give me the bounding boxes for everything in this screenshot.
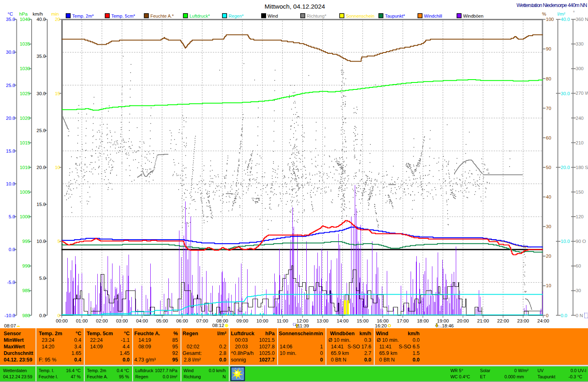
svg-text:Regen: Regen <box>135 374 148 379</box>
svg-text:1000: 1000 <box>20 214 30 219</box>
svg-text:0: 0 <box>546 313 549 318</box>
svg-text:360 N: 360 N <box>576 17 588 22</box>
svg-text:47 %: 47 % <box>71 374 81 379</box>
svg-text:06:00: 06:00 <box>176 318 188 323</box>
svg-text:11:41: 11:41 <box>379 344 391 350</box>
svg-text:0.0: 0.0 <box>364 357 371 363</box>
svg-text:120: 120 <box>576 214 583 219</box>
svg-text:0 Bft N: 0 Bft N <box>379 357 395 363</box>
svg-text:ET: ET <box>480 374 486 379</box>
svg-text:210: 210 <box>576 140 583 145</box>
svg-text:1010: 1010 <box>20 165 30 170</box>
svg-text:300: 300 <box>576 66 583 71</box>
svg-text:Taupunkt: Taupunkt <box>537 374 555 379</box>
svg-text:1020: 1020 <box>20 116 30 121</box>
svg-text:03:00: 03:00 <box>116 318 128 323</box>
svg-text:0 W/m²: 0 W/m² <box>514 368 529 373</box>
svg-text:km/h: km/h <box>33 11 43 16</box>
svg-text:Temp. 2m: Temp. 2m <box>39 331 62 336</box>
svg-text:Mittwoch, 04.12.2024: Mittwoch, 04.12.2024 <box>264 3 325 10</box>
svg-text:00:03: 00:03 <box>235 337 248 343</box>
svg-text:10.0: 10.0 <box>561 239 570 244</box>
svg-text:10:00: 10:00 <box>257 318 269 323</box>
svg-text:20:00: 20:00 <box>457 318 469 323</box>
svg-text:-5.0: -5.0 <box>7 280 15 285</box>
svg-text:10: 10 <box>55 165 60 170</box>
svg-text:90 O: 90 O <box>576 239 586 244</box>
svg-text:04.12.24 23:59: 04.12.24 23:59 <box>3 374 32 379</box>
svg-text:Luftdruck: Luftdruck <box>135 368 154 373</box>
svg-text:40.0: 40.0 <box>561 17 570 22</box>
svg-text:0 N: 0 N <box>576 313 583 318</box>
svg-text:°C: °C <box>124 331 130 336</box>
svg-text:Feuchte A.: Feuchte A. <box>134 331 160 336</box>
svg-text:0.0: 0.0 <box>122 357 129 363</box>
svg-text:14:00: 14:00 <box>337 318 349 323</box>
svg-text:15: 15 <box>55 91 60 96</box>
svg-text:-10.0: -10.0 <box>5 313 15 318</box>
svg-text:Wind: Wind <box>184 368 193 373</box>
svg-text:Feuchte A.*: Feuchte A.* <box>150 14 174 18</box>
svg-text:1005: 1005 <box>20 190 30 194</box>
svg-text:2.8: 2.8 <box>219 350 226 356</box>
svg-text:65.9 km: 65.9 km <box>331 350 349 356</box>
svg-text:1035: 1035 <box>20 41 30 46</box>
svg-text:Feuchte I.: Feuchte I. <box>39 374 58 379</box>
svg-text:Temp. 2m*: Temp. 2m* <box>72 14 94 18</box>
svg-text:1027.7 hPa: 1027.7 hPa <box>155 368 177 373</box>
svg-text:WR 5°: WR 5° <box>450 368 463 373</box>
svg-text:Sonnenschein: Sonnenschein <box>346 14 374 18</box>
svg-text:Durchschnitt: Durchschnitt <box>4 350 33 356</box>
svg-text:1025.0: 1025.0 <box>259 350 275 356</box>
svg-text:Sensor: Sensor <box>4 331 21 336</box>
svg-text:14:19: 14:19 <box>138 337 151 343</box>
svg-text:1027.8: 1027.8 <box>259 344 275 350</box>
svg-text:-0.3 °C: -0.3 °C <box>569 374 583 379</box>
svg-text:02:02: 02:02 <box>187 344 200 350</box>
svg-text:50: 50 <box>546 165 551 170</box>
svg-text:°C: °C <box>8 11 13 16</box>
svg-text:%: % <box>173 331 178 336</box>
svg-text:km/h: km/h <box>408 331 420 336</box>
svg-text:5.0: 5.0 <box>39 276 46 281</box>
svg-text:%: % <box>542 11 546 16</box>
svg-text:Taupunkt*: Taupunkt* <box>385 14 405 18</box>
svg-text:0.0: 0.0 <box>219 357 226 363</box>
svg-text:1025: 1025 <box>20 91 30 96</box>
svg-text:14:20: 14:20 <box>42 344 55 350</box>
svg-text:05:00: 05:00 <box>156 318 168 323</box>
svg-text:Luftdruck*: Luftdruck* <box>189 14 210 18</box>
svg-text:08:07: 08:07 <box>4 323 16 328</box>
svg-text:13:00: 13:00 <box>317 318 328 323</box>
svg-text:0: 0 <box>320 350 323 356</box>
svg-text:08:12: 08:12 <box>212 323 224 328</box>
svg-text:^0.8hPa/h: ^0.8hPa/h <box>231 350 254 356</box>
svg-text:16:00: 16:00 <box>377 318 389 323</box>
svg-text:40.0: 40.0 <box>37 17 46 22</box>
svg-text:330: 330 <box>576 41 583 46</box>
svg-text:65.9 km: 65.9 km <box>379 350 397 356</box>
svg-text:1040: 1040 <box>20 17 30 22</box>
svg-text:18:00: 18:00 <box>417 318 429 323</box>
svg-text:0.0: 0.0 <box>413 337 420 343</box>
svg-text:0.4: 0.4 <box>74 337 81 343</box>
svg-text:150: 150 <box>576 190 583 194</box>
svg-text:F: 95 %: F: 95 % <box>39 357 57 363</box>
svg-text:Luftdruck: Luftdruck <box>231 331 254 336</box>
svg-text:0 Bft N: 0 Bft N <box>331 357 347 363</box>
svg-text:985: 985 <box>22 288 30 293</box>
svg-text:Temp. 5cm*: Temp. 5cm* <box>111 14 136 18</box>
svg-text:2.7: 2.7 <box>364 350 371 356</box>
svg-text:10.0: 10.0 <box>6 181 15 186</box>
svg-text:0.0 km/h: 0.0 km/h <box>209 368 226 373</box>
svg-text:30.0: 30.0 <box>6 50 15 55</box>
svg-text:N: N <box>223 374 226 379</box>
svg-text:l/m²: l/m² <box>557 11 565 16</box>
svg-text:14:09: 14:09 <box>90 344 103 350</box>
svg-text:19:00: 19:00 <box>437 318 449 323</box>
svg-text:°C: °C <box>76 331 81 336</box>
svg-text:40: 40 <box>546 194 551 199</box>
svg-text:Windböen: Windböen <box>463 14 484 18</box>
svg-text:95: 95 <box>172 357 178 363</box>
svg-text:Regen: Regen <box>183 331 198 336</box>
